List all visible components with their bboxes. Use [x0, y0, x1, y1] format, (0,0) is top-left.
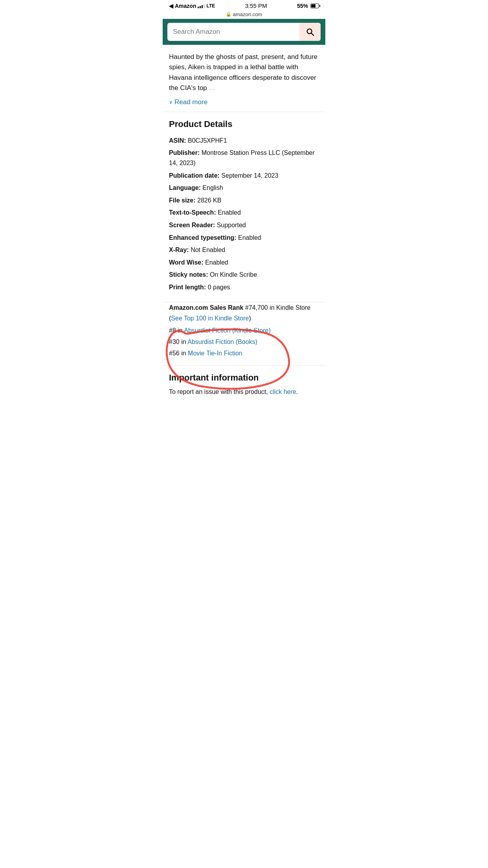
detail-enhanced-typesetting: Enhanced typesetting: Enabled: [169, 233, 319, 243]
product-details-title: Product Details: [169, 119, 319, 129]
movie-tie-in-link[interactable]: Movie Tie-In Fiction: [188, 350, 242, 357]
battery-percent: 55%: [297, 3, 308, 9]
search-icon: [306, 28, 314, 36]
status-right: 55%: [297, 3, 319, 9]
battery-icon: [310, 4, 319, 8]
status-time: 3:55 PM: [245, 2, 267, 9]
sales-rank-section: Amazon.com Sales Rank #74,700 in Kindle …: [163, 302, 325, 366]
chevron-down-icon: ∨: [169, 99, 173, 105]
description-text: Haunted by the ghosts of past, present, …: [169, 52, 319, 93]
rankings-container: #8 in Absurdist Fiction (Kindle Store) #…: [169, 325, 319, 359]
detail-screen-reader: Screen Reader: Supported: [169, 220, 319, 230]
absurdist-fiction-books-link[interactable]: Absurdist Fiction (Books): [187, 338, 257, 345]
ranking-item-1: #8 in Absurdist Fiction (Kindle Store): [169, 325, 319, 337]
url-text: amazon.com: [233, 11, 262, 17]
detail-sticky-notes: Sticky notes: On Kindle Scribe: [169, 270, 319, 280]
signal-bars: [198, 4, 205, 8]
detail-print-length: Print length: 0 pages: [169, 282, 319, 292]
lock-icon: 🔒: [226, 12, 231, 17]
search-button[interactable]: [299, 23, 321, 41]
carrier-name: Amazon: [175, 3, 196, 9]
detail-publication-date: Publication date: September 14, 2023: [169, 171, 319, 181]
status-bar: ◀ Amazon LTE 3:55 PM 55%: [163, 0, 325, 11]
detail-word-wise: Word Wise: Enabled: [169, 257, 319, 268]
description-section: Haunted by the ghosts of past, present, …: [163, 45, 325, 112]
read-more-link[interactable]: ∨ Read more: [169, 98, 207, 106]
search-bar: [167, 23, 321, 41]
detail-language: Language: English: [169, 183, 319, 193]
absurdist-fiction-kindle-link[interactable]: Absurdist Fiction (Kindle Store): [184, 327, 271, 334]
ranking-item-2: #30 in Absurdist Fiction (Books): [169, 337, 319, 348]
back-arrow: ◀: [169, 3, 173, 9]
detail-tts: Text-to-Speech: Enabled: [169, 208, 319, 218]
rankings-list: #8 in Absurdist Fiction (Kindle Store) #…: [169, 325, 319, 359]
url-bar[interactable]: 🔒 amazon.com: [163, 11, 325, 19]
detail-publisher: Publisher: Montrose Station Press LLC (S…: [169, 148, 319, 168]
sales-rank-row: Amazon.com Sales Rank #74,700 in Kindle …: [169, 302, 319, 324]
svg-line-1: [311, 33, 314, 35]
search-bar-container: [163, 19, 325, 45]
search-input[interactable]: [167, 23, 299, 40]
detail-xray: X-Ray: Not Enabled: [169, 245, 319, 255]
detail-file-size: File size: 2826 KB: [169, 195, 319, 206]
important-info-title: Important information: [169, 373, 319, 383]
important-text: To report an issue with this product, cl…: [169, 387, 319, 397]
important-section: Important information To report an issue…: [163, 366, 325, 404]
status-left: ◀ Amazon LTE: [169, 3, 215, 9]
product-details-section: Product Details ASIN: B0CJ5XPHF1 Publish…: [163, 112, 325, 302]
detail-asin: ASIN: B0CJ5XPHF1: [169, 136, 319, 146]
network-type: LTE: [206, 3, 215, 9]
click-here-link[interactable]: click here: [270, 388, 296, 395]
see-top-100-link[interactable]: See Top 100 in Kindle Store: [171, 315, 249, 322]
ranking-item-3: #56 in Movie Tie-In Fiction: [169, 348, 319, 359]
